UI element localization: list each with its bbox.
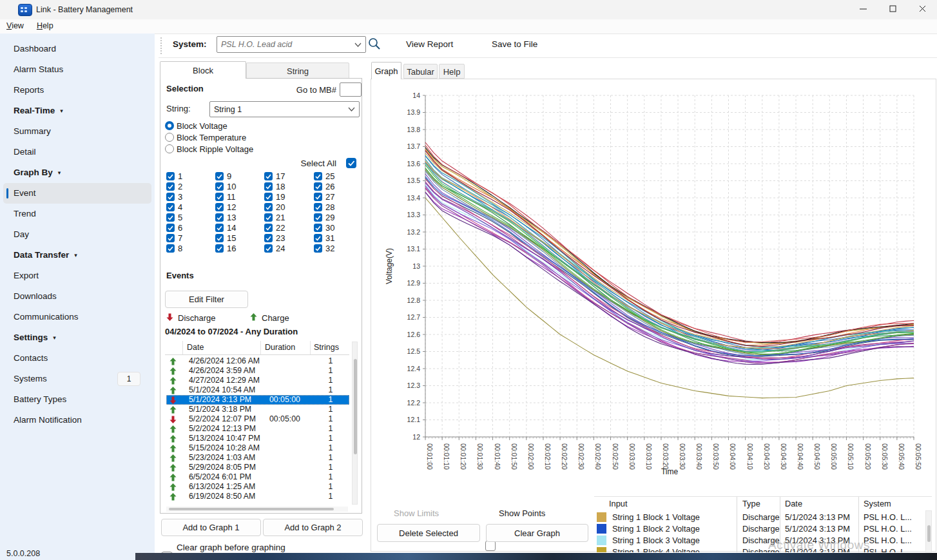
minimize-button[interactable]: [848, 0, 878, 19]
checkbox-checked-icon[interactable]: [264, 234, 273, 242]
checkbox-checked-icon[interactable]: [166, 172, 175, 180]
block-checkbox-14[interactable]: 14: [215, 222, 264, 233]
legend-col-date[interactable]: Date: [785, 499, 802, 508]
edit-filter-button[interactable]: Edit Filter: [165, 291, 248, 308]
checkbox-checked-icon[interactable]: [215, 203, 224, 211]
clear-graph-button[interactable]: Clear Graph: [486, 524, 588, 542]
checkbox-checked-icon[interactable]: [314, 213, 322, 222]
checkbox-checked-icon[interactable]: [314, 203, 322, 211]
legend-col-input[interactable]: Input: [609, 499, 627, 508]
sidebar-item-reports[interactable]: Reports: [0, 80, 155, 101]
block-checkbox-16[interactable]: 16: [215, 243, 264, 253]
radio-block-temperature[interactable]: Block Temperature: [165, 131, 253, 143]
checkbox-checked-icon[interactable]: [264, 244, 273, 253]
sidebar-item-summary[interactable]: Summary: [0, 121, 155, 142]
event-row[interactable]: 5/13/2024 10:47 PM1: [166, 434, 349, 443]
checkbox-checked-icon[interactable]: [264, 172, 273, 180]
goto-mb-input[interactable]: [340, 82, 362, 97]
show-points-checkbox[interactable]: [485, 541, 496, 551]
close-button[interactable]: [907, 0, 937, 19]
events-col-duration[interactable]: Duration: [265, 343, 295, 352]
event-row[interactable]: 6/19/2024 8:50 AM1: [166, 492, 349, 501]
checkbox-checked-icon[interactable]: [314, 224, 322, 232]
legend-col-system[interactable]: System: [864, 499, 891, 508]
block-checkbox-1[interactable]: 1: [166, 171, 215, 181]
block-checkbox-11[interactable]: 11: [215, 191, 264, 202]
sidebar-item-communications[interactable]: Communications: [0, 307, 155, 327]
sidebar-item-detail[interactable]: Detail: [0, 142, 155, 162]
sidebar-item-event[interactable]: Event: [3, 183, 151, 204]
radio-indicator[interactable]: [165, 121, 174, 130]
checkbox-checked-icon[interactable]: [314, 172, 322, 180]
event-row[interactable]: 4/27/2024 12:29 AM1: [166, 376, 349, 385]
checkbox-checked-icon[interactable]: [215, 172, 224, 180]
block-checkbox-18[interactable]: 18: [264, 181, 314, 191]
checkbox-checked-icon[interactable]: [215, 193, 224, 201]
sidebar-item-alarm-status[interactable]: Alarm Status: [0, 59, 155, 80]
event-row[interactable]: 5/2/2024 12:13 PM1: [166, 424, 349, 434]
block-checkbox-10[interactable]: 10: [215, 181, 264, 191]
delete-selected-button[interactable]: Delete Selected: [377, 524, 480, 542]
maximize-button[interactable]: [878, 0, 907, 19]
block-checkbox-29[interactable]: 29: [314, 212, 363, 222]
block-checkbox-20[interactable]: 20: [264, 202, 314, 212]
event-row[interactable]: 5/1/2024 3:13 PM00:05:001: [166, 395, 349, 405]
radio-indicator[interactable]: [165, 144, 174, 153]
block-checkbox-2[interactable]: 2: [166, 181, 215, 191]
menu-help[interactable]: Help: [30, 19, 60, 32]
checkbox-checked-icon[interactable]: [166, 244, 175, 253]
sidebar-item-contacts[interactable]: Contacts: [0, 348, 155, 369]
checkbox-checked-icon[interactable]: [166, 224, 175, 232]
events-col-strings[interactable]: Strings: [314, 343, 339, 352]
block-checkbox-4[interactable]: 4: [166, 202, 215, 212]
checkbox-checked-icon[interactable]: [166, 234, 175, 242]
sidebar-item-dashboard[interactable]: Dashboard: [0, 39, 155, 59]
save-to-file-button[interactable]: Save to File: [492, 39, 537, 49]
sidebar-item-real-time[interactable]: Real-Time▾: [0, 101, 155, 121]
legend-row[interactable]: String 1 Block 4 VoltageDischarge5/1/202…: [597, 546, 922, 552]
block-checkbox-32[interactable]: 32: [314, 243, 363, 253]
block-checkbox-13[interactable]: 13: [215, 212, 264, 222]
add-to-graph1-button[interactable]: Add to Graph 1: [161, 519, 261, 536]
tab-tabular[interactable]: Tabular: [403, 64, 438, 79]
checkbox-checked-icon[interactable]: [215, 213, 224, 222]
event-row[interactable]: 5/29/2024 8:05 PM1: [166, 463, 349, 472]
sidebar-item-graph-by[interactable]: Graph By▾: [0, 162, 155, 183]
event-row[interactable]: 5/2/2024 12:07 PM00:05:001: [166, 414, 349, 424]
checkbox-checked-icon[interactable]: [314, 193, 322, 201]
sidebar-item-trend[interactable]: Trend: [0, 204, 155, 224]
checkbox-checked-icon[interactable]: [264, 193, 273, 201]
block-checkbox-17[interactable]: 17: [264, 171, 314, 181]
sidebar-item-systems[interactable]: Systems1: [0, 369, 155, 389]
legend-row[interactable]: String 1 Block 3 VoltageDischarge5/1/202…: [597, 534, 922, 546]
legend-col-type[interactable]: Type: [742, 499, 760, 508]
radio-block-ripple-voltage[interactable]: Block Ripple Voltage: [165, 143, 253, 155]
block-checkbox-31[interactable]: 31: [314, 233, 363, 243]
block-checkbox-7[interactable]: 7: [166, 233, 215, 243]
tab-string[interactable]: String: [246, 63, 349, 79]
block-checkbox-3[interactable]: 3: [166, 191, 215, 202]
sidebar-item-settings[interactable]: Settings▾: [0, 327, 155, 348]
checkbox-checked-icon[interactable]: [215, 244, 224, 253]
menu-view[interactable]: View: [0, 19, 30, 32]
search-icon[interactable]: [367, 37, 383, 52]
checkbox-checked-icon[interactable]: [166, 182, 175, 191]
radio-block-voltage[interactable]: Block Voltage: [165, 120, 253, 131]
block-checkbox-25[interactable]: 25: [314, 171, 363, 181]
sidebar-item-alarm-notification[interactable]: Alarm Notification: [0, 410, 155, 430]
event-row[interactable]: 5/1/2024 3:18 PM1: [166, 405, 349, 414]
checkbox-checked-icon[interactable]: [264, 203, 273, 211]
events-col-date[interactable]: Date: [187, 343, 204, 352]
view-report-button[interactable]: View Report: [406, 39, 453, 49]
select-all-checkbox[interactable]: [346, 158, 356, 168]
checkbox-checked-icon[interactable]: [215, 234, 224, 242]
block-checkbox-30[interactable]: 30: [314, 222, 363, 233]
checkbox-checked-icon[interactable]: [264, 213, 273, 222]
checkbox-checked-icon[interactable]: [166, 203, 175, 211]
block-checkbox-5[interactable]: 5: [166, 212, 215, 222]
block-checkbox-23[interactable]: 23: [264, 233, 314, 243]
events-hscrollbar[interactable]: [166, 507, 348, 512]
event-row[interactable]: 5/15/2024 10:28 AM1: [166, 443, 349, 453]
event-row[interactable]: 6/5/2024 6:01 PM1: [166, 472, 349, 482]
string-combobox[interactable]: String 1: [209, 101, 360, 117]
